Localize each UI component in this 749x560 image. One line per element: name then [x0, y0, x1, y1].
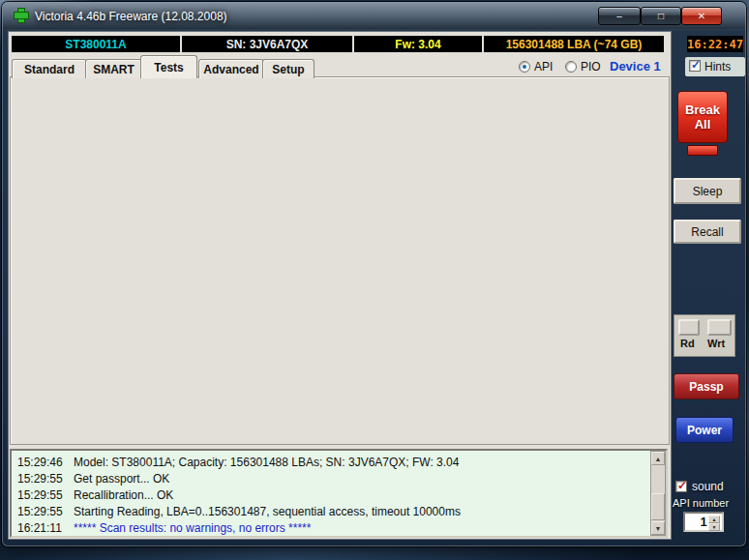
rd-button[interactable]	[678, 319, 700, 336]
log-line: 15:29:46Model: ST380011A; Capacity: 1563…	[17, 456, 459, 469]
wrt-button[interactable]	[707, 319, 732, 336]
api-radio-label: API	[534, 60, 553, 74]
app-icon	[14, 8, 29, 23]
log-line: 15:29:55Starting Reading, LBA=0..1563014…	[17, 505, 461, 518]
drive-capacity: 156301488 LBA (~74 GB)	[484, 36, 664, 52]
log-time: 15:29:55	[17, 472, 74, 486]
api-number-value: 1	[700, 515, 706, 529]
api-number-field[interactable]: 1 ▲ ▼	[683, 512, 724, 532]
sound-label: sound	[692, 480, 724, 493]
tests-tab-page	[10, 76, 670, 445]
drive-model: ST380011A	[12, 36, 180, 52]
close-button[interactable]: ✕	[681, 7, 722, 25]
sound-checkbox[interactable]	[675, 481, 687, 492]
scroll-up-icon[interactable]: ▲	[651, 452, 665, 465]
hints-checkbox[interactable]	[689, 60, 701, 72]
power-button[interactable]: Power	[675, 417, 734, 443]
clock: 16:22:47	[687, 36, 743, 52]
wrt-label: Wrt	[707, 338, 725, 349]
log-panel: 15:29:46Model: ST380011A; Capacity: 1563…	[10, 449, 668, 538]
drive-firmware: Fw: 3.04	[354, 36, 482, 52]
passport-button[interactable]: Passp	[674, 373, 739, 399]
sleep-button[interactable]: Sleep	[674, 178, 741, 204]
break-all-line2: All	[695, 117, 711, 132]
break-all-led	[687, 145, 718, 156]
tab-smart[interactable]: SMART	[85, 59, 142, 78]
log-text: Starting Reading, LBA=0..156301487, sequ…	[74, 505, 461, 518]
log-scrollbar[interactable]: ▲ ▼	[650, 451, 666, 536]
tab-tests[interactable]: Tests	[140, 55, 197, 78]
log-line: 16:21:11***** Scan results: no warnings,…	[17, 521, 311, 535]
break-all-line1: Break	[685, 103, 720, 117]
log-time: 15:29:55	[17, 488, 74, 502]
log-text: ***** Scan results: no warnings, no erro…	[74, 521, 311, 535]
api-number-label: API number	[673, 497, 729, 509]
window-title: Victoria 4.46b Freeware (12.08.2008)	[35, 10, 227, 23]
device-label: Device 1	[610, 59, 661, 74]
pio-radio-label: PIO	[581, 60, 601, 74]
tab-standard[interactable]: Standard	[12, 59, 87, 78]
log-scrollbar-thumb[interactable]	[651, 493, 665, 520]
scroll-down-icon[interactable]: ▼	[651, 521, 665, 535]
log-line: 15:29:55Get passport... OK	[17, 472, 169, 486]
log-time: 15:29:46	[17, 456, 74, 469]
hints-label: Hints	[704, 60, 731, 74]
break-all-button[interactable]: Break All	[677, 91, 728, 143]
rd-label: Rd	[680, 338, 695, 349]
log-text: Get passport... OK	[74, 472, 169, 486]
drive-serial: SN: 3JV6A7QX	[182, 36, 352, 52]
pio-radio[interactable]	[565, 61, 577, 73]
log-time: 15:29:55	[17, 505, 74, 518]
log-line: 15:29:55Recallibration... OK	[17, 488, 173, 502]
recall-button[interactable]: Recall	[674, 220, 741, 244]
tab-setup[interactable]: Setup	[262, 59, 315, 78]
spin-down-icon[interactable]: ▼	[708, 523, 720, 531]
spin-up-icon[interactable]: ▲	[708, 516, 720, 523]
api-radio[interactable]	[519, 61, 530, 73]
log-time: 16:21:11	[17, 521, 74, 535]
minimize-button[interactable]: –	[598, 7, 641, 25]
maximize-button[interactable]: □	[641, 7, 681, 25]
api-number-spinner[interactable]: ▲ ▼	[708, 516, 720, 528]
desktop: Victoria 4.46b Freeware (12.08.2008) – □…	[0, 0, 749, 560]
tab-advanced[interactable]: Advanced	[198, 59, 264, 78]
log-text: Model: ST380011A; Capacity: 156301488 LB…	[74, 456, 459, 469]
log-text: Recallibration... OK	[74, 488, 173, 502]
